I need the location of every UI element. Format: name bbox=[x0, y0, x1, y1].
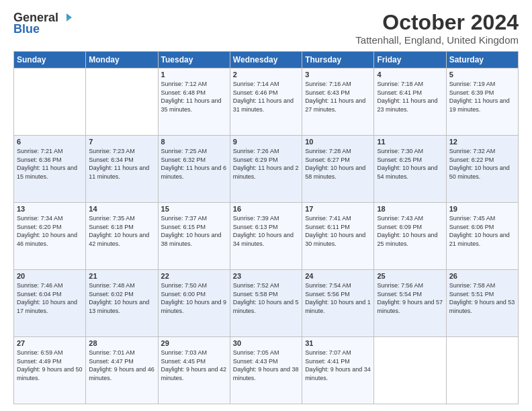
calendar-cell: 28Sunrise: 7:01 AM Sunset: 4:47 PM Dayli… bbox=[86, 337, 158, 404]
day-content: Sunrise: 7:52 AM Sunset: 5:58 PM Dayligh… bbox=[233, 281, 299, 315]
calendar-cell: 13Sunrise: 7:34 AM Sunset: 6:20 PM Dayli… bbox=[14, 203, 86, 270]
day-content: Sunrise: 7:03 AM Sunset: 4:45 PM Dayligh… bbox=[161, 349, 227, 382]
logo-blue: Blue bbox=[13, 22, 40, 36]
day-content: Sunrise: 7:54 AM Sunset: 5:56 PM Dayligh… bbox=[305, 281, 371, 315]
calendar-week-row: 6Sunrise: 7:21 AM Sunset: 6:36 PM Daylig… bbox=[14, 136, 519, 203]
logo-bird-icon bbox=[60, 12, 72, 24]
day-content: Sunrise: 7:18 AM Sunset: 6:41 PM Dayligh… bbox=[377, 80, 443, 113]
calendar-cell: 2Sunrise: 7:14 AM Sunset: 6:46 PM Daylig… bbox=[230, 68, 302, 136]
calendar-cell: 9Sunrise: 7:26 AM Sunset: 6:29 PM Daylig… bbox=[230, 136, 302, 203]
day-content: Sunrise: 7:01 AM Sunset: 4:47 PM Dayligh… bbox=[89, 349, 154, 382]
day-content: Sunrise: 7:14 AM Sunset: 6:46 PM Dayligh… bbox=[233, 80, 299, 113]
day-number: 26 bbox=[449, 272, 515, 280]
calendar-cell: 22Sunrise: 7:50 AM Sunset: 6:00 PM Dayli… bbox=[158, 270, 230, 337]
calendar-week-row: 27Sunrise: 6:59 AM Sunset: 4:49 PM Dayli… bbox=[14, 337, 519, 404]
day-number: 16 bbox=[233, 205, 299, 213]
location: Tattenhall, England, United Kingdom bbox=[355, 34, 519, 46]
day-content: Sunrise: 7:41 AM Sunset: 6:11 PM Dayligh… bbox=[305, 214, 371, 248]
calendar-cell: 7Sunrise: 7:23 AM Sunset: 6:34 PM Daylig… bbox=[86, 136, 158, 203]
day-number: 25 bbox=[377, 272, 443, 280]
calendar-week-row: 20Sunrise: 7:46 AM Sunset: 6:04 PM Dayli… bbox=[14, 270, 519, 337]
day-number: 17 bbox=[305, 205, 371, 213]
calendar-cell: 31Sunrise: 7:07 AM Sunset: 4:41 PM Dayli… bbox=[302, 337, 374, 404]
calendar-cell: 17Sunrise: 7:41 AM Sunset: 6:11 PM Dayli… bbox=[302, 203, 374, 270]
day-content: Sunrise: 7:32 AM Sunset: 6:22 PM Dayligh… bbox=[449, 147, 515, 181]
month-title: October 2024 bbox=[355, 11, 519, 34]
day-number: 2 bbox=[233, 71, 299, 79]
day-number: 27 bbox=[17, 339, 83, 347]
day-number: 6 bbox=[17, 138, 83, 146]
calendar-cell: 19Sunrise: 7:45 AM Sunset: 6:06 PM Dayli… bbox=[446, 203, 518, 270]
day-number: 9 bbox=[233, 138, 299, 146]
svg-marker-0 bbox=[66, 13, 72, 17]
day-content: Sunrise: 7:48 AM Sunset: 6:02 PM Dayligh… bbox=[89, 281, 154, 315]
day-content: Sunrise: 7:34 AM Sunset: 6:20 PM Dayligh… bbox=[17, 214, 83, 248]
day-content: Sunrise: 7:45 AM Sunset: 6:06 PM Dayligh… bbox=[449, 214, 515, 248]
calendar-cell: 1Sunrise: 7:12 AM Sunset: 6:48 PM Daylig… bbox=[158, 68, 230, 136]
day-number: 31 bbox=[305, 339, 371, 347]
calendar-cell bbox=[86, 68, 158, 136]
day-number: 4 bbox=[377, 71, 443, 79]
day-number: 14 bbox=[89, 205, 154, 213]
day-content: Sunrise: 7:12 AM Sunset: 6:48 PM Dayligh… bbox=[161, 80, 227, 113]
day-number: 1 bbox=[161, 71, 227, 79]
calendar-cell: 3Sunrise: 7:16 AM Sunset: 6:43 PM Daylig… bbox=[302, 68, 374, 136]
day-header-thursday: Thursday bbox=[302, 52, 374, 68]
calendar-cell: 5Sunrise: 7:19 AM Sunset: 6:39 PM Daylig… bbox=[446, 68, 518, 136]
day-content: Sunrise: 7:35 AM Sunset: 6:18 PM Dayligh… bbox=[89, 214, 154, 248]
calendar-cell: 27Sunrise: 6:59 AM Sunset: 4:49 PM Dayli… bbox=[14, 337, 86, 404]
day-content: Sunrise: 7:37 AM Sunset: 6:15 PM Dayligh… bbox=[161, 214, 227, 248]
day-number: 8 bbox=[161, 138, 227, 146]
day-content: Sunrise: 7:58 AM Sunset: 5:51 PM Dayligh… bbox=[449, 281, 515, 315]
day-content: Sunrise: 7:26 AM Sunset: 6:29 PM Dayligh… bbox=[233, 147, 299, 181]
day-header-sunday: Sunday bbox=[14, 52, 86, 68]
day-content: Sunrise: 7:21 AM Sunset: 6:36 PM Dayligh… bbox=[17, 147, 83, 181]
calendar-cell: 24Sunrise: 7:54 AM Sunset: 5:56 PM Dayli… bbox=[302, 270, 374, 337]
calendar-cell: 29Sunrise: 7:03 AM Sunset: 4:45 PM Dayli… bbox=[158, 337, 230, 404]
day-header-tuesday: Tuesday bbox=[158, 52, 230, 68]
logo-area: General Blue bbox=[13, 11, 72, 36]
day-number: 10 bbox=[305, 138, 371, 146]
day-content: Sunrise: 7:56 AM Sunset: 5:54 PM Dayligh… bbox=[377, 281, 443, 315]
day-content: Sunrise: 6:59 AM Sunset: 4:49 PM Dayligh… bbox=[17, 349, 83, 382]
calendar-cell: 10Sunrise: 7:28 AM Sunset: 6:27 PM Dayli… bbox=[302, 136, 374, 203]
day-number: 11 bbox=[377, 138, 443, 146]
header: General Blue October 2024 Tattenhall, En… bbox=[13, 11, 519, 46]
calendar-cell: 4Sunrise: 7:18 AM Sunset: 6:41 PM Daylig… bbox=[374, 68, 446, 136]
calendar-cell: 12Sunrise: 7:32 AM Sunset: 6:22 PM Dayli… bbox=[446, 136, 518, 203]
day-number: 13 bbox=[17, 205, 83, 213]
day-number: 22 bbox=[161, 272, 227, 280]
calendar-cell: 21Sunrise: 7:48 AM Sunset: 6:02 PM Dayli… bbox=[86, 270, 158, 337]
day-content: Sunrise: 7:16 AM Sunset: 6:43 PM Dayligh… bbox=[305, 80, 371, 113]
calendar-table: SundayMondayTuesdayWednesdayThursdayFrid… bbox=[13, 51, 519, 404]
day-number: 19 bbox=[449, 205, 515, 213]
day-content: Sunrise: 7:25 AM Sunset: 6:32 PM Dayligh… bbox=[161, 147, 227, 181]
day-number: 18 bbox=[377, 205, 443, 213]
calendar-cell: 18Sunrise: 7:43 AM Sunset: 6:09 PM Dayli… bbox=[374, 203, 446, 270]
day-number: 29 bbox=[161, 339, 227, 347]
page: General Blue October 2024 Tattenhall, En… bbox=[0, 0, 532, 411]
day-number: 28 bbox=[89, 339, 154, 347]
calendar-cell bbox=[446, 337, 518, 404]
day-content: Sunrise: 7:46 AM Sunset: 6:04 PM Dayligh… bbox=[17, 281, 83, 315]
svg-marker-1 bbox=[66, 17, 72, 21]
day-number: 3 bbox=[305, 71, 371, 79]
calendar-cell: 11Sunrise: 7:30 AM Sunset: 6:25 PM Dayli… bbox=[374, 136, 446, 203]
day-content: Sunrise: 7:50 AM Sunset: 6:00 PM Dayligh… bbox=[161, 281, 227, 315]
day-number: 7 bbox=[89, 138, 154, 146]
calendar-cell: 20Sunrise: 7:46 AM Sunset: 6:04 PM Dayli… bbox=[14, 270, 86, 337]
day-number: 23 bbox=[233, 272, 299, 280]
day-content: Sunrise: 7:30 AM Sunset: 6:25 PM Dayligh… bbox=[377, 147, 443, 181]
calendar-cell bbox=[14, 68, 86, 136]
calendar-cell: 14Sunrise: 7:35 AM Sunset: 6:18 PM Dayli… bbox=[86, 203, 158, 270]
calendar-cell: 15Sunrise: 7:37 AM Sunset: 6:15 PM Dayli… bbox=[158, 203, 230, 270]
day-content: Sunrise: 7:39 AM Sunset: 6:13 PM Dayligh… bbox=[233, 214, 299, 248]
day-content: Sunrise: 7:05 AM Sunset: 4:43 PM Dayligh… bbox=[233, 349, 299, 382]
day-number: 20 bbox=[17, 272, 83, 280]
calendar-header-row: SundayMondayTuesdayWednesdayThursdayFrid… bbox=[14, 52, 519, 68]
day-content: Sunrise: 7:43 AM Sunset: 6:09 PM Dayligh… bbox=[377, 214, 443, 248]
day-content: Sunrise: 7:07 AM Sunset: 4:41 PM Dayligh… bbox=[305, 349, 371, 382]
calendar-cell: 26Sunrise: 7:58 AM Sunset: 5:51 PM Dayli… bbox=[446, 270, 518, 337]
calendar-cell bbox=[374, 337, 446, 404]
calendar-cell: 23Sunrise: 7:52 AM Sunset: 5:58 PM Dayli… bbox=[230, 270, 302, 337]
